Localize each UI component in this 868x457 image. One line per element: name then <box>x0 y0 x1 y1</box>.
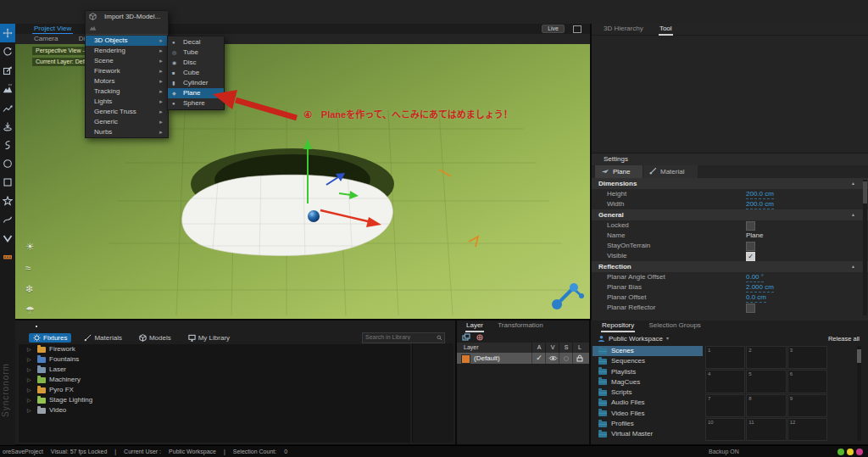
cue-cell[interactable]: 3 <box>787 346 827 369</box>
submenu-item[interactable]: ● Sphere <box>168 98 224 109</box>
weather-control-icon[interactable]: ≈ <box>25 262 35 274</box>
submenu-item[interactable]: ■ Cube <box>168 68 224 78</box>
library-tree-item[interactable]: ▷ Stage Lighting <box>19 395 410 405</box>
expander-icon[interactable]: ▷ <box>27 375 31 385</box>
layer-row-default[interactable]: (Default) ✓ <box>457 353 589 364</box>
repository-tree-item[interactable]: Sequences <box>593 356 703 366</box>
cue-cell[interactable]: 8 <box>746 394 786 417</box>
library-tree-item[interactable]: ▷ Firework <box>19 344 410 354</box>
cue-cell[interactable]: 1 <box>705 346 745 369</box>
planar-offset-value[interactable]: 0.0 cm <box>746 293 766 303</box>
tab-3d-hierarchy[interactable]: 3D Hierarchy <box>604 24 643 34</box>
visible-checkbox[interactable]: ✓ <box>746 252 755 261</box>
library-tree-item[interactable]: ▷ Pyro FX <box>19 385 410 395</box>
library-tree-item[interactable]: ▷ Laser <box>19 365 410 375</box>
submenu-item[interactable]: ◉ Disc <box>168 58 224 68</box>
navigation-gizmo[interactable] <box>552 283 584 309</box>
dmx-tool-icon[interactable] <box>0 248 15 266</box>
create-menu-item[interactable]: 3D Objects ► <box>86 36 168 46</box>
selected-sphere-object[interactable] <box>308 210 320 222</box>
create-menu-item[interactable]: Rendering ► <box>86 46 168 56</box>
plane-object[interactable] <box>182 175 393 255</box>
status-green-indicator-icon[interactable] <box>837 449 844 455</box>
repository-tree-item[interactable]: Profiles <box>593 419 703 429</box>
create-menu-item[interactable]: Scene ► <box>86 56 168 66</box>
cue-cell[interactable]: 11 <box>746 418 786 441</box>
create-menu-item[interactable]: Nurbs ► <box>86 127 168 137</box>
width-value[interactable]: 200.0 cm <box>746 200 774 209</box>
height-value[interactable]: 200.0 cm <box>746 190 774 199</box>
subtab-materials[interactable]: Materials <box>80 333 125 343</box>
status-magenta-indicator-icon[interactable] <box>856 449 863 455</box>
create-menu-item[interactable]: Motors ► <box>86 76 168 86</box>
repository-tree-item[interactable]: MagCues <box>593 377 703 387</box>
polygon-select-tool-icon[interactable] <box>0 229 15 248</box>
expander-icon[interactable]: ▷ <box>27 344 31 354</box>
submenu-item[interactable]: ◎ Tube <box>168 47 224 58</box>
cue-cell[interactable]: 10 <box>705 418 745 441</box>
rotate-tool-icon[interactable] <box>0 42 15 61</box>
cue-cell[interactable]: 12 <box>787 418 827 441</box>
maximize-viewport-icon[interactable] <box>573 25 581 33</box>
add-layer-icon[interactable] <box>462 333 470 342</box>
locked-checkbox[interactable]: ✓ <box>746 221 755 231</box>
submenu-item[interactable]: ▮ Cylinder <box>168 78 224 88</box>
section-header-dimensions[interactable]: Dimensions▲ <box>592 178 868 189</box>
library-panel-tab[interactable] <box>36 326 37 327</box>
library-tree-item[interactable]: ▷ Fountains <box>19 354 410 365</box>
status-yellow-indicator-icon[interactable] <box>847 449 854 455</box>
settings-scrollbar[interactable] <box>863 180 867 315</box>
expander-icon[interactable]: ▷ <box>27 395 31 405</box>
search-input[interactable] <box>363 333 431 341</box>
cue-cell[interactable]: 2 <box>746 346 786 369</box>
submenu-item[interactable]: ◆ Plane <box>168 88 224 98</box>
tab-transformation[interactable]: Transformation <box>498 320 543 331</box>
repository-tree-item[interactable]: Audio Files <box>593 398 703 408</box>
weather-control-icon[interactable]: ☂ <box>25 304 35 316</box>
tab-selection-groups[interactable]: Selection Groups <box>648 320 700 331</box>
repository-tree-item[interactable]: Scripts <box>593 387 703 398</box>
subtab-my-library[interactable]: My Library <box>184 333 234 343</box>
terrain-slope-tool-icon[interactable] <box>0 98 15 117</box>
expander-icon[interactable]: ▷ <box>27 365 31 375</box>
star-select-tool-icon[interactable] <box>0 192 15 210</box>
stayonterrain-checkbox[interactable]: ✓ <box>746 242 755 251</box>
create-menu-item[interactable]: Generic ► <box>86 117 168 127</box>
lasso-select-tool-icon[interactable] <box>0 136 15 154</box>
create-menu-item[interactable]: Lights ► <box>86 97 168 107</box>
drop-to-ground-tool-icon[interactable] <box>0 117 15 136</box>
library-tree-item[interactable]: ▷ Video <box>19 405 410 415</box>
ellipse-select-tool-icon[interactable] <box>0 154 15 173</box>
move-tool-icon[interactable] <box>0 24 15 42</box>
layer-group-icon[interactable] <box>476 333 484 342</box>
tab-tool[interactable]: Tool <box>659 24 673 36</box>
cue-grid-scrollbar[interactable] <box>857 346 861 441</box>
expander-icon[interactable]: ▷ <box>27 354 31 365</box>
layer-active-check[interactable]: ✓ <box>532 353 546 364</box>
planar-angle-offset-value[interactable]: 0.00 ° <box>746 273 764 282</box>
cue-cell[interactable]: 6 <box>787 370 827 393</box>
create-menu-item[interactable]: Firework ► <box>86 66 168 76</box>
repository-tree-item[interactable]: Scenes <box>593 346 703 356</box>
weather-control-icon[interactable]: ☀ <box>25 241 35 253</box>
tab-layer[interactable]: Layer <box>465 320 484 332</box>
menu-item-import-3d-model[interactable]: Import 3D-Model... <box>86 11 168 22</box>
live-button[interactable]: Live <box>542 25 565 33</box>
planar-reflector-checkbox[interactable]: ✓ <box>746 304 755 313</box>
cue-cell[interactable]: 9 <box>787 394 827 417</box>
tab-plane[interactable]: Plane <box>595 165 643 178</box>
expander-icon[interactable]: ▷ <box>27 405 31 415</box>
layer-visible-eye-icon[interactable] <box>546 353 559 364</box>
tab-material[interactable]: Material <box>643 165 698 178</box>
repository-tree-item[interactable]: Playlists <box>593 367 703 377</box>
cue-cell[interactable]: 7 <box>705 394 745 417</box>
workspace-selector[interactable]: Public Workspace ▾ <box>598 333 669 344</box>
subtab-models[interactable]: Models <box>135 333 175 343</box>
weather-control-icon[interactable]: ❄ <box>25 283 35 295</box>
section-header-general[interactable]: General▲ <box>592 209 868 220</box>
subtab-camera[interactable]: Camera <box>34 34 58 44</box>
name-value[interactable]: Plane <box>746 231 763 241</box>
library-tree-item[interactable]: ▷ Machinery <box>19 375 410 385</box>
section-header-reflection[interactable]: Reflection▲ <box>592 261 868 272</box>
curve-select-tool-icon[interactable] <box>0 210 15 229</box>
